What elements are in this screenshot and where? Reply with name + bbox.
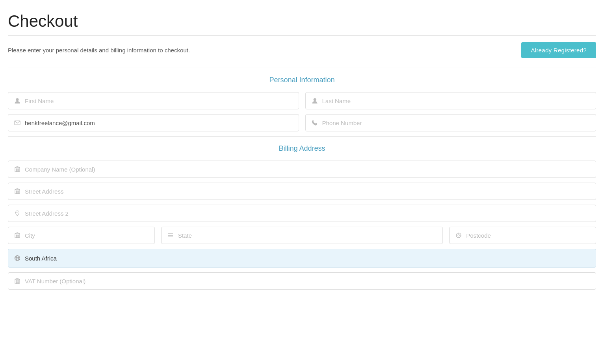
first-name-field <box>8 92 299 109</box>
already-registered-button[interactable]: Already Registered? <box>521 42 596 58</box>
state-icon <box>167 232 174 239</box>
postcode-field <box>449 227 596 244</box>
subtitle-row: Please enter your personal details and b… <box>8 42 596 58</box>
person-icon <box>14 97 21 104</box>
phone-input[interactable] <box>322 120 591 126</box>
svg-point-13 <box>17 212 18 213</box>
email-input[interactable] <box>25 120 293 126</box>
billing-address-heading: Billing Address <box>8 144 596 153</box>
phone-field <box>305 114 597 131</box>
company-row <box>8 161 596 178</box>
svg-rect-15 <box>16 235 17 236</box>
globe-icon <box>14 255 21 262</box>
first-name-input[interactable] <box>25 98 293 104</box>
city-icon <box>14 232 21 239</box>
svg-rect-33 <box>16 281 17 281</box>
page-title: Checkout <box>8 12 596 31</box>
street-address-2-field <box>8 205 596 222</box>
svg-point-1 <box>313 98 316 101</box>
personal-info-heading: Personal Information <box>8 76 596 84</box>
building-icon <box>14 188 21 195</box>
email-icon <box>14 119 21 126</box>
company-name-field <box>8 161 596 178</box>
vat-number-field <box>8 272 596 290</box>
svg-rect-17 <box>16 237 17 238</box>
city-field <box>8 227 155 244</box>
svg-rect-4 <box>16 169 17 170</box>
person-icon-2 <box>311 97 318 104</box>
company-icon <box>14 166 21 173</box>
state-input[interactable] <box>178 232 437 239</box>
svg-point-0 <box>16 98 19 101</box>
svg-rect-36 <box>18 282 19 283</box>
street-address-row <box>8 183 596 200</box>
city-input[interactable] <box>25 232 149 239</box>
svg-point-28 <box>15 256 20 261</box>
svg-point-23 <box>458 235 459 236</box>
title-divider <box>8 35 596 36</box>
vat-number-input[interactable] <box>25 278 590 285</box>
street-address-2-row <box>8 205 596 222</box>
state-field <box>161 227 443 244</box>
last-name-field <box>305 92 597 109</box>
svg-rect-9 <box>16 191 17 192</box>
svg-rect-14 <box>15 234 20 238</box>
vat-icon <box>14 277 21 285</box>
phone-icon <box>311 119 318 126</box>
svg-rect-11 <box>16 192 17 194</box>
postcode-icon <box>455 232 462 239</box>
last-name-input[interactable] <box>322 98 591 104</box>
company-name-input[interactable] <box>25 166 590 173</box>
svg-rect-18 <box>18 237 19 238</box>
svg-rect-3 <box>15 168 20 172</box>
name-row <box>8 92 596 109</box>
country-value: South Africa <box>25 255 57 262</box>
svg-rect-32 <box>15 279 20 283</box>
email-field <box>8 114 299 131</box>
svg-rect-16 <box>18 235 19 236</box>
street-address-input[interactable] <box>25 188 590 195</box>
svg-rect-12 <box>18 192 19 194</box>
postcode-input[interactable] <box>466 232 590 239</box>
street-address-2-input[interactable] <box>25 210 590 217</box>
vat-number-row <box>8 272 596 290</box>
svg-rect-5 <box>18 169 19 170</box>
svg-rect-7 <box>18 170 19 172</box>
personal-info-divider <box>8 68 596 68</box>
subtitle-text: Please enter your personal details and b… <box>8 47 190 54</box>
svg-point-29 <box>16 256 19 261</box>
city-state-row <box>8 227 596 244</box>
svg-rect-34 <box>18 281 19 281</box>
street-address-field <box>8 183 596 200</box>
location-icon <box>14 210 21 217</box>
svg-rect-10 <box>18 191 19 192</box>
svg-rect-8 <box>15 190 20 194</box>
billing-divider <box>8 136 596 137</box>
contact-row <box>8 114 596 131</box>
svg-rect-35 <box>16 282 17 283</box>
country-field[interactable]: South Africa <box>8 249 596 268</box>
svg-rect-6 <box>16 170 17 172</box>
